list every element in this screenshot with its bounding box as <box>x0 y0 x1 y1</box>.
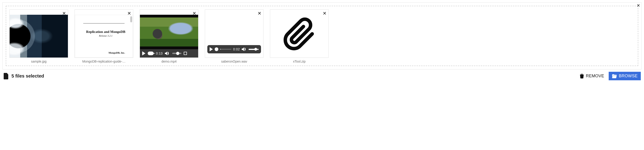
remove-button-label: REMOVE <box>586 73 604 79</box>
audio-progress-track[interactable] <box>220 49 231 50</box>
trash-icon <box>580 74 584 79</box>
uploader-footer: 5 files selected REMOVE BROWSE <box>2 69 642 81</box>
file-name-label: sample.jpg <box>31 60 46 63</box>
file-card: ✕ 0:02 saberonOpen.wav <box>205 10 264 63</box>
video-preview: 0:13 <box>140 15 198 57</box>
scrollbar-thumb[interactable] <box>130 16 132 22</box>
close-all-icon[interactable]: ✕ <box>637 4 640 8</box>
volume-icon[interactable] <box>165 51 170 55</box>
attachment-preview <box>270 10 328 57</box>
svg-rect-0 <box>184 52 187 55</box>
file-icon <box>4 73 9 79</box>
file-thumbnail[interactable]: ✕ 0:02 <box>205 10 264 58</box>
footer-actions: REMOVE BROWSE <box>576 72 641 80</box>
play-icon[interactable] <box>142 51 146 55</box>
volume-slider[interactable] <box>248 49 259 50</box>
video-time: 0:13 <box>156 51 162 55</box>
image-preview <box>10 15 68 57</box>
dropzone[interactable]: ✕ sample.jpg ✕ Replication and MongoDB R… <box>6 6 638 66</box>
volume-icon[interactable] <box>242 47 247 51</box>
video-controls: 0:13 <box>140 49 198 57</box>
browse-button[interactable]: BROWSE <box>609 72 641 80</box>
file-card: ✕ Replication and MongoDB Release 3.2.1 … <box>74 10 133 63</box>
file-name-label: saberonOpen.wav <box>221 60 247 63</box>
file-thumbnail[interactable]: ✕ Replication and MongoDB Release 3.2.1 … <box>74 10 133 58</box>
document-preview: Replication and MongoDB Release 3.2.1 Mo… <box>75 15 133 57</box>
paperclip-icon <box>282 16 316 51</box>
audio-time: 0:02 <box>233 47 240 51</box>
audio-controls: 0:02 <box>207 45 261 53</box>
video-progress[interactable] <box>148 51 154 55</box>
remove-file-icon[interactable]: ✕ <box>323 11 326 16</box>
file-name-label: demo.mp4 <box>162 60 176 63</box>
file-card: ✕ 0:13 <box>140 10 198 63</box>
volume-slider[interactable] <box>172 53 182 54</box>
audio-progress-knob[interactable] <box>215 47 218 51</box>
fullscreen-icon[interactable] <box>184 52 187 55</box>
remove-button[interactable]: REMOVE <box>576 72 607 80</box>
document-footer: MongoDB, Inc. <box>108 51 125 54</box>
file-name-label: MongoDB-replication-guide-… <box>82 60 126 63</box>
file-card: ✕ sample.jpg <box>10 10 68 63</box>
document-subtitle: Release 3.2.1 <box>83 34 128 37</box>
file-card: ✕ xTool.zip <box>270 10 329 63</box>
file-thumbnail[interactable]: ✕ <box>270 10 329 58</box>
footer-status: 5 files selected <box>4 73 44 79</box>
browse-button-label: BROWSE <box>619 73 638 79</box>
file-name-label: xTool.zip <box>293 60 306 63</box>
remove-file-icon[interactable]: ✕ <box>127 11 131 16</box>
play-icon[interactable] <box>210 47 213 51</box>
audio-preview: 0:02 <box>205 15 263 57</box>
remove-file-icon[interactable]: ✕ <box>258 11 262 16</box>
remove-file-icon[interactable]: ✕ <box>62 11 66 16</box>
browse-icon <box>612 74 617 78</box>
file-thumbnail[interactable]: ✕ 0:13 <box>140 10 198 58</box>
video-frame <box>140 15 198 49</box>
remove-file-icon[interactable]: ✕ <box>192 11 196 16</box>
divider <box>83 23 124 24</box>
file-uploader: ✕ ✕ sample.jpg ✕ Replication and MongoDB… <box>2 2 642 69</box>
status-text: 5 files selected <box>12 73 44 79</box>
file-thumbnail[interactable]: ✕ <box>10 10 68 58</box>
document-title: Replication and MongoDB <box>83 30 128 34</box>
